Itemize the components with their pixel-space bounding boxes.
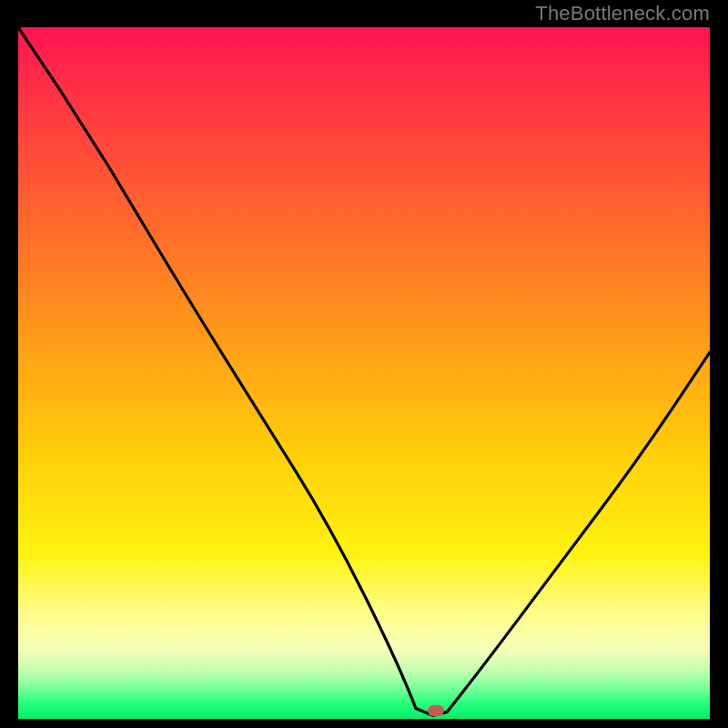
chart-frame: TheBottleneck.com	[0, 0, 728, 728]
optimal-point-marker	[428, 705, 444, 716]
bottleneck-curve	[18, 27, 710, 719]
curve-path	[18, 27, 710, 715]
gradient-plot-area	[18, 27, 710, 719]
watermark-label: TheBottleneck.com	[535, 2, 710, 25]
